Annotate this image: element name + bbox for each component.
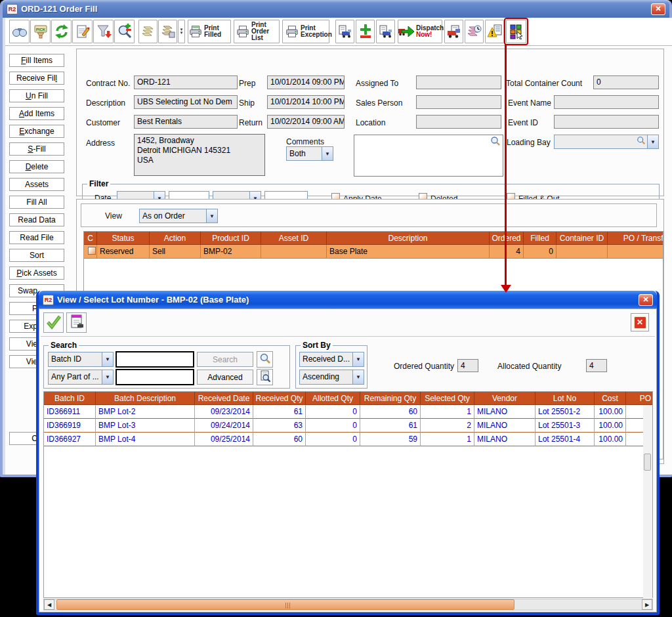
column-header[interactable]: Selected Qty bbox=[421, 392, 474, 405]
column-header[interactable]: Remaining Qty bbox=[360, 392, 421, 405]
sidebar-button-pick-assets[interactable]: Pick Assets bbox=[9, 266, 64, 280]
column-header[interactable]: Asset ID bbox=[261, 232, 327, 245]
column-header[interactable]: Description bbox=[327, 232, 490, 245]
report-button[interactable] bbox=[66, 312, 87, 333]
vscroll-thumb[interactable] bbox=[644, 454, 651, 471]
find-button[interactable] bbox=[9, 20, 30, 43]
column-header[interactable]: Ordered bbox=[490, 232, 524, 245]
dispatch-now-button[interactable]: DispatchNow! bbox=[398, 20, 442, 43]
column-header[interactable]: PO / Transfer bbox=[608, 232, 663, 245]
sidebar-button-s-fill[interactable]: S-Fill bbox=[9, 142, 64, 156]
column-header[interactable]: Cost bbox=[595, 392, 626, 405]
return-date-field[interactable]: 10/02/2014 09:00 AM bbox=[267, 115, 345, 129]
order-fill-titlebar[interactable]: R2 ORD-121 Order Fill ✕ bbox=[3, 0, 669, 18]
scroll-right-arrow[interactable]: ▶ bbox=[642, 599, 652, 610]
sidebar-button-assets[interactable]: Assets bbox=[9, 178, 64, 191]
sidebar-button-fill-items[interactable]: Fill Items bbox=[9, 54, 64, 67]
comments-combo[interactable]: Both▼ bbox=[286, 146, 333, 161]
search-field-combo[interactable]: Batch ID▼ bbox=[48, 352, 114, 367]
location-field[interactable] bbox=[416, 115, 501, 129]
sidebar-button-exchange[interactable]: Exchange bbox=[9, 125, 64, 138]
table-row[interactable]: ID366919BMP Lot-309/24/2014630612MILANOL… bbox=[44, 419, 652, 433]
zoom-button[interactable] bbox=[114, 20, 135, 43]
dialog-close-button[interactable]: ✕ bbox=[639, 294, 653, 306]
dialog-cancel-button[interactable]: ✕ bbox=[631, 313, 649, 331]
print-exception-button[interactable]: Print Exception bbox=[282, 20, 329, 43]
sidebar-button-fill-all[interactable]: Fill All bbox=[9, 196, 64, 209]
table-row[interactable]: ID366927BMP Lot-409/25/2014600591MILANOL… bbox=[44, 433, 652, 446]
column-header[interactable]: Status bbox=[97, 232, 150, 245]
equipment-in-button[interactable] bbox=[376, 20, 395, 43]
sort-direction-combo[interactable]: Ascending▼ bbox=[299, 370, 364, 385]
column-header[interactable]: Received Date bbox=[195, 392, 253, 405]
sidebar-button-add-items[interactable]: Add Items bbox=[9, 107, 64, 120]
search-button[interactable]: Search bbox=[197, 352, 253, 367]
lot-grid-vscrollbar[interactable] bbox=[643, 405, 652, 598]
filter-button[interactable] bbox=[93, 20, 114, 43]
loading-bay-search-icon[interactable] bbox=[637, 136, 646, 148]
exception-warning-button[interactable] bbox=[485, 20, 504, 43]
sidebar-button-un-fill[interactable]: Un Fill bbox=[9, 89, 64, 102]
return-truck-button[interactable] bbox=[444, 20, 463, 43]
sidebar-button-receive-fill[interactable]: Receive Fill bbox=[9, 72, 64, 85]
column-header[interactable]: Batch Description bbox=[96, 392, 195, 405]
scroll-left-arrow[interactable]: ◀ bbox=[44, 599, 54, 610]
search-input-2[interactable] bbox=[116, 369, 194, 385]
ship-date-field[interactable]: 10/01/2014 10:00 PM bbox=[267, 95, 345, 109]
search-mode-combo[interactable]: Any Part of ...▼ bbox=[48, 370, 114, 385]
grid-configure-button[interactable] bbox=[506, 20, 526, 43]
stack-button[interactable] bbox=[138, 20, 158, 43]
column-header[interactable]: C bbox=[84, 232, 97, 245]
sidebar-button-sort[interactable]: Sort bbox=[9, 249, 64, 262]
event-name-field[interactable] bbox=[554, 95, 659, 109]
stack-dropdown-button[interactable]: ▼▼ bbox=[178, 20, 185, 43]
assigned-to-field[interactable] bbox=[416, 75, 501, 89]
column-header[interactable]: Batch ID bbox=[44, 392, 96, 405]
advanced-button[interactable]: Advanced bbox=[197, 370, 253, 385]
close-button[interactable]: ✕ bbox=[651, 3, 665, 15]
column-header[interactable]: Container ID bbox=[556, 232, 608, 245]
column-header[interactable]: Allotted Qty bbox=[306, 392, 360, 405]
description-field[interactable]: UBS Selecting Lot No Dem bbox=[134, 95, 238, 109]
column-header[interactable]: Received Qty bbox=[253, 392, 306, 405]
prep-date-field[interactable]: 10/01/2014 09:00 PM bbox=[267, 75, 345, 89]
stack-options-button[interactable] bbox=[158, 20, 177, 43]
equipment-out-button[interactable] bbox=[335, 20, 354, 43]
comment-search-icon[interactable] bbox=[490, 136, 501, 149]
sort-field-combo[interactable]: Received D...▼ bbox=[299, 352, 364, 367]
loading-bay-combo[interactable]: ▼ bbox=[554, 135, 659, 149]
total-container-count-field[interactable]: 0 bbox=[593, 75, 659, 89]
advanced-search-button[interactable] bbox=[257, 369, 273, 385]
row-checkbox[interactable] bbox=[88, 247, 96, 255]
comment-box[interactable] bbox=[354, 135, 503, 177]
sidebar-button-read-file[interactable]: Read File bbox=[9, 231, 64, 244]
search-input-1[interactable] bbox=[116, 351, 194, 368]
sidebar-button-read-data[interactable]: Read Data bbox=[9, 213, 64, 226]
sidebar-button-delete[interactable]: Delete bbox=[9, 160, 64, 173]
accept-button[interactable] bbox=[43, 312, 64, 333]
event-id-field[interactable] bbox=[554, 115, 659, 129]
column-header[interactable]: Lot No bbox=[536, 392, 595, 405]
view-combo[interactable]: As on Order▼ bbox=[139, 209, 218, 223]
refresh-button[interactable] bbox=[51, 20, 72, 43]
print-order-list-button[interactable]: Print Order List bbox=[234, 20, 280, 43]
notes-history-button[interactable] bbox=[465, 20, 484, 43]
column-header[interactable]: Product ID bbox=[201, 232, 261, 245]
search-magnifier-button[interactable] bbox=[257, 351, 273, 368]
column-header[interactable]: Action bbox=[150, 232, 201, 245]
hscroll-thumb[interactable] bbox=[56, 599, 514, 610]
sales-person-field[interactable] bbox=[416, 95, 501, 109]
table-row[interactable]: ReservedSellBMP-02Base Plate40 bbox=[84, 245, 663, 259]
column-header[interactable]: Vendor bbox=[474, 392, 536, 405]
column-header[interactable]: PO bbox=[626, 392, 653, 405]
customer-field[interactable]: Best Rentals bbox=[134, 115, 238, 129]
table-row[interactable]: ID366911BMP Lot-209/23/2014610601MILANOL… bbox=[44, 405, 652, 419]
contract-no-field[interactable]: ORD-121 bbox=[134, 75, 238, 89]
column-header[interactable]: Filled bbox=[524, 232, 556, 245]
pick-button[interactable]: PICK bbox=[30, 20, 51, 43]
edit-button[interactable] bbox=[72, 20, 93, 43]
print-filled-button[interactable]: Print Filled bbox=[188, 20, 231, 43]
address-field[interactable]: 1452, Broadway Detroit MICHIGAN 145321 U… bbox=[134, 134, 265, 176]
lot-grid-hscrollbar[interactable]: ◀ ▶ bbox=[43, 599, 653, 610]
dialog-titlebar[interactable]: R2 View / Select Lot Number - BMP-02 (Ba… bbox=[39, 291, 657, 308]
